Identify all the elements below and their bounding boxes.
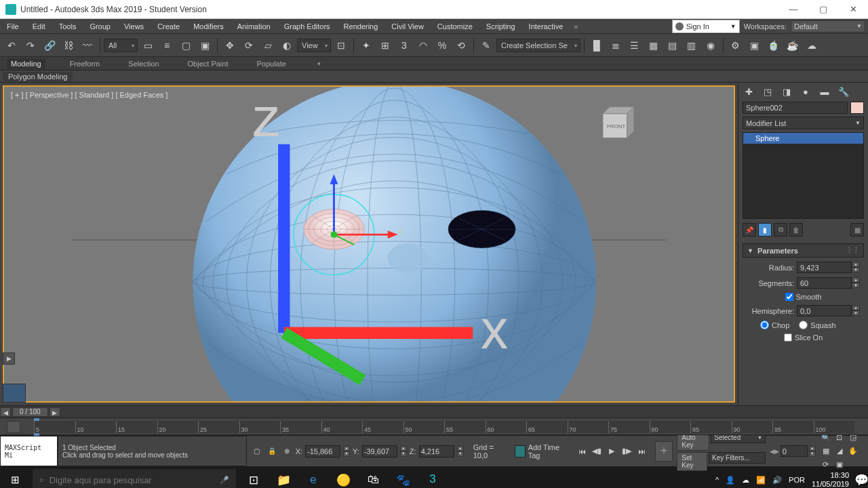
timeline-ruler[interactable]: 5101520253035404550556065707580859095100 [0, 418, 868, 435]
menu-views[interactable]: Views [117, 19, 151, 34]
spinner-down-icon[interactable]: ▼ [852, 267, 860, 272]
timeline-config-button[interactable] [7, 421, 20, 433]
chop-radio[interactable] [760, 321, 769, 329]
render-button[interactable]: 🍵 [765, 37, 783, 54]
object-name-input[interactable] [743, 102, 848, 114]
mirror-button[interactable]: ▐▌ [588, 37, 606, 54]
spinner-up-icon[interactable]: ▲ [852, 262, 860, 267]
absolute-mode-button[interactable]: ⊕ [281, 445, 293, 458]
y-coord-input[interactable] [362, 445, 397, 458]
key-mode-icon[interactable]: ◀▶ [770, 448, 779, 455]
bind-button[interactable]: 〰 [79, 37, 96, 54]
menu-edit[interactable]: Edit [26, 19, 52, 34]
taskbar-search[interactable]: ○ 🎤 [33, 469, 236, 488]
ribbon-subpanel-item[interactable]: Polygon Modeling [3, 72, 73, 81]
motion-tab-icon[interactable]: ● [798, 84, 813, 99]
timeline-next-button[interactable]: ▶ [50, 407, 60, 417]
task-view-button[interactable]: ⊡ [239, 466, 269, 488]
signin-dropdown[interactable]: Sign In ▼ [672, 20, 740, 33]
render-online-button[interactable]: ☁ [803, 37, 821, 54]
lang-indicator[interactable]: POR [789, 476, 805, 484]
workspaces-dropdown[interactable]: Default ▼ [791, 20, 865, 33]
object-color-swatch[interactable] [850, 102, 864, 114]
hemisphere-spinner[interactable]: ▲▼ [797, 305, 860, 317]
maximize-viewport-button[interactable]: ▣ [833, 459, 846, 471]
squash-radio[interactable] [799, 321, 808, 329]
hierarchy-tab-icon[interactable]: ◨ [779, 84, 794, 99]
modifier-list-dropdown[interactable]: Modifier List ▼ [743, 117, 864, 129]
remove-modifier-button[interactable]: 🗑 [789, 223, 803, 237]
undo-button[interactable]: ↶ [3, 37, 20, 54]
add-time-tag-button[interactable]: Add Time Tag [528, 443, 567, 460]
app-3dsmax[interactable]: 3 [418, 466, 448, 488]
toggle-ribbon-button[interactable]: ▦ [645, 37, 663, 54]
prev-frame-button[interactable]: ◀▮ [590, 445, 604, 458]
ribbon-tab-populate[interactable]: Populate [252, 58, 290, 69]
lock-selection-button[interactable]: 🔒 [266, 445, 278, 458]
edit-selection-set-button[interactable]: ✎ [477, 37, 495, 54]
mic-icon[interactable]: 🎤 [220, 476, 229, 485]
redo-button[interactable]: ↷ [22, 37, 39, 54]
viewport-thumbnail[interactable] [3, 384, 26, 403]
timeline-prev-button[interactable]: ◀ [0, 407, 11, 417]
show-end-result-button[interactable]: ▮ [758, 223, 772, 237]
app-edge[interactable]: e [298, 466, 328, 488]
stack-item-sphere[interactable]: Sphere [743, 133, 863, 144]
wifi-icon[interactable]: 📶 [756, 476, 766, 485]
viewport-play-button[interactable]: ▶ [3, 352, 15, 365]
move-button[interactable]: ✥ [221, 37, 239, 54]
ref-coord-dropdown[interactable]: View [297, 39, 331, 52]
ribbon-tab-modeling[interactable]: Modeling [7, 58, 45, 69]
menu-overflow-icon[interactable]: » [570, 22, 582, 30]
layer-explorer-button[interactable]: ☰ [626, 37, 644, 54]
minimize-button[interactable]: — [778, 0, 808, 19]
onedrive-icon[interactable]: ☁ [742, 476, 749, 485]
keyboard-shortcut-button[interactable]: ⊞ [376, 37, 394, 54]
selection-filter-dropdown[interactable]: All [104, 39, 138, 52]
menu-create[interactable]: Create [151, 19, 186, 34]
frame-slider[interactable]: 0 / 100 [12, 407, 48, 417]
make-unique-button[interactable]: ⧉ [774, 223, 787, 237]
link-button[interactable]: 🔗 [41, 37, 58, 54]
menu-grapheditors[interactable]: Graph Editors [277, 19, 337, 34]
menu-rendering[interactable]: Rendering [337, 19, 385, 34]
named-selection-dropdown[interactable]: Create Selection Se [496, 39, 580, 52]
pan-button[interactable]: ✋ [847, 445, 859, 458]
orbit-button[interactable]: ⟳ [820, 459, 832, 471]
material-editor-button[interactable]: ◉ [702, 37, 719, 54]
pivot-button[interactable]: ⊡ [332, 37, 350, 54]
unlink-button[interactable]: ⛓ [60, 37, 77, 54]
app-unknown[interactable]: 🐾 [388, 466, 418, 488]
curve-editor-button[interactable]: ▤ [664, 37, 682, 54]
create-tab-icon[interactable]: ✚ [741, 84, 756, 99]
scale-button[interactable]: ▱ [259, 37, 277, 54]
time-tag-icon[interactable] [515, 445, 526, 458]
goto-end-button[interactable]: ⏭ [635, 445, 648, 458]
rectangle-region-button[interactable]: ▢ [177, 37, 195, 54]
utilities-tab-icon[interactable]: 🔧 [836, 84, 851, 99]
configure-sets-button[interactable]: ▦ [850, 223, 864, 237]
key-filters-button[interactable]: Key Filters... [709, 452, 766, 464]
set-key-button[interactable]: Set Key [677, 452, 707, 471]
ribbon-tab-freeform[interactable]: Freeform [66, 58, 104, 69]
x-coord-input[interactable] [305, 445, 340, 458]
play-button[interactable]: ▶ [605, 445, 618, 458]
system-tray[interactable]: ^ 👤 ☁ 📶 🔊 POR [709, 476, 812, 485]
select-by-name-button[interactable]: ≡ [158, 37, 176, 54]
menu-tools[interactable]: Tools [52, 19, 83, 34]
app-chrome[interactable]: 🟡 [328, 466, 358, 488]
select-object-button[interactable]: ▭ [139, 37, 157, 54]
modifier-stack[interactable]: Sphere [743, 132, 864, 219]
ribbon-tab-selection[interactable]: Selection [124, 58, 163, 69]
viewport-perspective[interactable]: [ + ] [ Perspective ] [ Standard ] [ Edg… [3, 85, 735, 403]
slice-on-checkbox[interactable] [784, 333, 792, 342]
goto-start-button[interactable]: ⏮ [575, 445, 589, 458]
start-button[interactable]: ⊞ [0, 466, 30, 488]
app-explorer[interactable]: 📁 [269, 466, 298, 488]
volume-icon[interactable]: 🔊 [772, 476, 782, 485]
rollout-parameters-header[interactable]: ▼ Parameters ⋮⋮ [743, 243, 864, 258]
snap-toggle-button[interactable]: 3 [395, 37, 413, 54]
menu-scripting[interactable]: Scripting [479, 19, 522, 34]
percent-snap-button[interactable]: % [433, 37, 451, 54]
current-frame-input[interactable] [781, 445, 808, 457]
